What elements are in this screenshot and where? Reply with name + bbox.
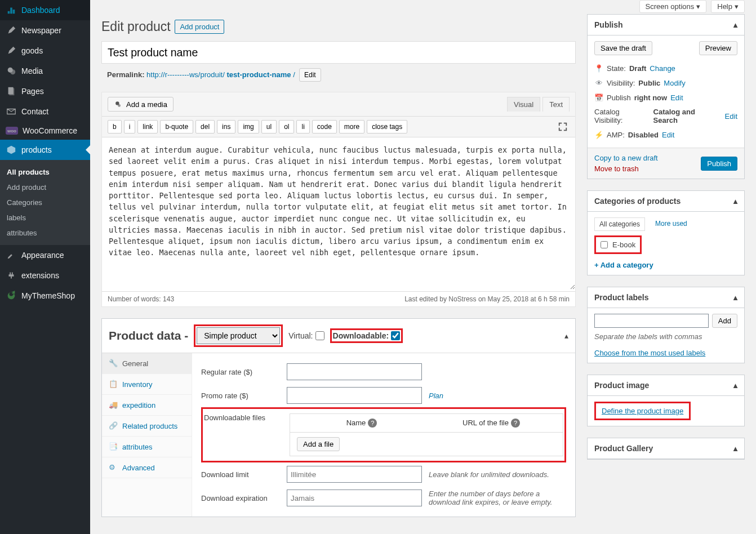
download-expiration-label: Download expiration [201,494,280,502]
downloadable-checkbox[interactable] [391,331,400,340]
trash-link[interactable]: Move to trash [594,164,658,173]
pin-icon [6,25,17,36]
sidebar-item-products[interactable]: products [0,140,90,160]
sidebar-item-woocommerce[interactable]: woo WooCommerce [0,122,90,140]
tab-general[interactable]: 🔧General [102,353,192,374]
help-icon[interactable]: ? [511,419,520,428]
choose-labels-link[interactable]: Choose from the most used labels [594,349,705,357]
download-expiration-input[interactable] [287,490,422,506]
collapse-icon[interactable]: ▴ [564,331,568,340]
downloadable-checkbox-label: Downloadable: [333,331,401,340]
sidebar-sub-add-product[interactable]: Add product [0,180,90,195]
quicktags-toolbar: b i link b-quote del ins img ul ol li co… [102,117,575,137]
sidebar-item-extensions[interactable]: extensions [0,265,90,286]
permalink-base[interactable]: http://r---------ws/produit/ [146,70,225,79]
change-state-link[interactable]: Change [650,64,675,73]
sidebar-sub-attributes[interactable]: attributes [0,225,90,241]
visual-tab[interactable]: Visual [507,97,540,112]
regular-rate-input[interactable] [287,363,422,380]
sidebar-item-label: Dashboard [21,6,60,15]
plug-icon [6,270,17,281]
product-type-select[interactable]: Simple product [197,327,280,344]
sidebar-submenu: All products Add product Categories labe… [0,160,90,245]
tab-attributes[interactable]: 📑attributes [102,437,192,457]
edit-publish-link[interactable]: Edit [670,94,683,102]
collapse-icon[interactable]: ▴ [733,444,737,453]
qt-img[interactable]: img [238,120,259,134]
qt-more[interactable]: more [339,120,364,134]
publish-button[interactable]: Publish [701,157,737,171]
category-checkbox-ebook[interactable] [601,241,608,248]
copy-draft-link[interactable]: Copy to a new draft [594,154,658,162]
more-used-tab[interactable]: More used [651,217,692,231]
qt-ol[interactable]: ol [279,120,294,134]
add-product-button[interactable]: Add product [175,20,224,34]
sidebar-item-pages[interactable]: Pages [0,81,90,101]
help-icon[interactable]: ? [368,419,377,428]
sidebar-item-appearance[interactable]: Appearance [0,245,90,265]
chevron-down-icon: ▾ [696,2,700,11]
add-category-link[interactable]: + Add a category [594,261,653,269]
sidebar-item-media[interactable]: Media [0,61,90,81]
fullscreen-icon[interactable] [556,120,570,134]
help-tab[interactable]: Help ▾ [711,0,745,13]
dashboard-icon [6,5,17,16]
add-label-button[interactable]: Add [712,314,737,328]
tab-related[interactable]: 🔗Related products [102,416,192,437]
labels-input[interactable] [594,314,709,328]
preview-button[interactable]: Preview [699,41,737,55]
permalink-slug[interactable]: test-product-name [226,70,291,79]
edit-permalink-button[interactable]: Edit [299,68,321,82]
plan-link[interactable]: Plan [429,391,443,400]
qt-link[interactable]: link [137,120,158,134]
sidebar-item-contact[interactable]: Contact [0,101,90,122]
edit-amp-link[interactable]: Edit [662,131,674,139]
product-gallery-panel: Product Gallery▴ [587,438,745,460]
qt-b[interactable]: b [108,120,122,134]
collapse-icon[interactable]: ▴ [733,293,737,302]
qt-del[interactable]: del [195,120,215,134]
collapse-icon[interactable]: ▴ [733,197,737,206]
promo-rate-input[interactable] [287,387,422,404]
add-file-button[interactable]: Add a file [297,437,340,451]
define-image-link[interactable]: Define the product image [602,407,683,415]
download-limit-input[interactable] [287,466,422,483]
qt-bquote[interactable]: b-quote [160,120,193,134]
add-media-button[interactable]: Add a media [108,97,174,112]
qt-code[interactable]: code [312,120,337,134]
sidebar-item-goods[interactable]: goods [0,41,90,61]
modify-visibility-link[interactable]: Modify [664,79,685,87]
amp-icon: ⚡ [594,130,603,139]
product-title-input[interactable] [101,41,576,64]
sidebar-item-label: Newspaper [21,26,61,35]
product-icon [6,144,17,155]
all-categories-tab[interactable]: All categories [594,217,645,231]
page-title: Edit product [101,14,171,37]
save-draft-button[interactable]: Save the draft [594,41,652,55]
tab-expedition[interactable]: 🚚expedition [102,395,192,416]
sidebar-item-newspaper[interactable]: Newspaper [0,20,90,41]
eye-icon: 👁 [594,78,603,87]
sidebar-sub-categories[interactable]: Categories [0,195,90,210]
qt-close[interactable]: close tags [367,120,407,134]
collapse-icon[interactable]: ▴ [733,381,737,390]
sidebar-sub-labels[interactable]: labels [0,210,90,225]
wordcount: Number of words: 143 [108,295,174,303]
qt-ul[interactable]: ul [261,120,277,134]
sidebar-sub-all-products[interactable]: All products [0,164,90,180]
camera-icon [114,100,123,109]
sidebar-item-dashboard[interactable]: Dashboard [0,0,90,20]
tab-advanced[interactable]: ⚙Advanced [102,457,192,478]
content-textarea[interactable] [102,137,575,290]
qt-i[interactable]: i [124,120,136,134]
tab-inventory[interactable]: 📋Inventory [102,374,192,395]
edit-catalog-link[interactable]: Edit [725,112,737,121]
collapse-icon[interactable]: ▴ [733,20,737,29]
text-tab[interactable]: Text [542,97,570,112]
qt-ins[interactable]: ins [217,120,235,134]
virtual-checkbox[interactable] [315,331,324,340]
product-data-box: Product data - Simple product Virtual: [101,318,576,517]
qt-li[interactable]: li [296,120,309,134]
screen-options-tab[interactable]: Screen options ▾ [639,0,707,13]
sidebar-item-mythemeshop[interactable]: MyThemeShop [0,286,90,306]
